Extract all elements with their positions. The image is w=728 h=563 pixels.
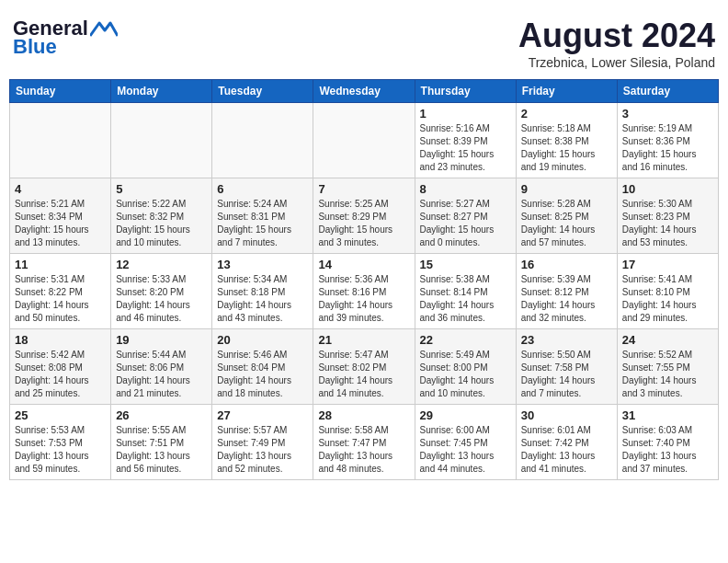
day-info: Sunrise: 6:01 AM Sunset: 7:42 PM Dayligh… bbox=[521, 424, 612, 476]
calendar-week-4: 18Sunrise: 5:42 AM Sunset: 8:08 PM Dayli… bbox=[10, 329, 719, 405]
day-number: 18 bbox=[15, 333, 106, 347]
weekday-header-thursday: Thursday bbox=[415, 80, 516, 103]
weekday-header-row: SundayMondayTuesdayWednesdayThursdayFrid… bbox=[10, 80, 719, 103]
calendar-cell: 4Sunrise: 5:21 AM Sunset: 8:34 PM Daylig… bbox=[10, 178, 111, 254]
calendar-cell: 23Sunrise: 5:50 AM Sunset: 7:58 PM Dayli… bbox=[516, 329, 617, 405]
weekday-header-friday: Friday bbox=[516, 80, 617, 103]
day-info: Sunrise: 5:39 AM Sunset: 8:12 PM Dayligh… bbox=[521, 273, 612, 325]
day-number: 6 bbox=[217, 182, 308, 196]
day-number: 1 bbox=[420, 107, 511, 121]
day-info: Sunrise: 5:46 AM Sunset: 8:04 PM Dayligh… bbox=[217, 349, 308, 400]
calendar-cell: 16Sunrise: 5:39 AM Sunset: 8:12 PM Dayli… bbox=[516, 254, 617, 329]
day-number: 14 bbox=[318, 258, 409, 271]
calendar-cell: 7Sunrise: 5:25 AM Sunset: 8:29 PM Daylig… bbox=[313, 178, 415, 254]
day-number: 23 bbox=[521, 333, 612, 347]
day-info: Sunrise: 5:22 AM Sunset: 8:32 PM Dayligh… bbox=[116, 198, 207, 249]
calendar-cell: 11Sunrise: 5:31 AM Sunset: 8:22 PM Dayli… bbox=[10, 254, 111, 329]
day-info: Sunrise: 5:34 AM Sunset: 8:18 PM Dayligh… bbox=[217, 273, 308, 325]
calendar-cell: 5Sunrise: 5:22 AM Sunset: 8:32 PM Daylig… bbox=[111, 178, 212, 254]
day-info: Sunrise: 5:16 AM Sunset: 8:39 PM Dayligh… bbox=[420, 122, 511, 174]
calendar-cell: 29Sunrise: 6:00 AM Sunset: 7:45 PM Dayli… bbox=[415, 405, 516, 480]
day-info: Sunrise: 6:03 AM Sunset: 7:40 PM Dayligh… bbox=[622, 424, 713, 476]
day-info: Sunrise: 5:30 AM Sunset: 8:23 PM Dayligh… bbox=[622, 198, 713, 249]
day-info: Sunrise: 5:18 AM Sunset: 8:38 PM Dayligh… bbox=[521, 122, 612, 174]
day-number: 13 bbox=[217, 258, 308, 271]
calendar-week-2: 4Sunrise: 5:21 AM Sunset: 8:34 PM Daylig… bbox=[10, 178, 719, 254]
calendar-cell bbox=[313, 103, 415, 178]
day-info: Sunrise: 5:47 AM Sunset: 8:02 PM Dayligh… bbox=[318, 349, 409, 400]
day-info: Sunrise: 5:25 AM Sunset: 8:29 PM Dayligh… bbox=[318, 198, 409, 249]
day-number: 10 bbox=[622, 182, 713, 196]
calendar-cell: 25Sunrise: 5:53 AM Sunset: 7:53 PM Dayli… bbox=[10, 405, 111, 480]
day-number: 3 bbox=[622, 107, 713, 121]
calendar-cell: 3Sunrise: 5:19 AM Sunset: 8:36 PM Daylig… bbox=[617, 103, 718, 178]
day-info: Sunrise: 5:55 AM Sunset: 7:51 PM Dayligh… bbox=[116, 424, 207, 476]
day-number: 19 bbox=[116, 333, 207, 347]
calendar-cell: 22Sunrise: 5:49 AM Sunset: 8:00 PM Dayli… bbox=[415, 329, 516, 405]
day-number: 8 bbox=[420, 182, 511, 196]
day-number: 9 bbox=[521, 182, 612, 196]
day-number: 7 bbox=[318, 182, 409, 196]
day-number: 26 bbox=[116, 408, 207, 422]
day-info: Sunrise: 5:21 AM Sunset: 8:34 PM Dayligh… bbox=[15, 198, 106, 249]
calendar-cell: 24Sunrise: 5:52 AM Sunset: 7:55 PM Dayli… bbox=[617, 329, 718, 405]
day-info: Sunrise: 5:36 AM Sunset: 8:16 PM Dayligh… bbox=[318, 273, 409, 325]
day-info: Sunrise: 5:38 AM Sunset: 8:14 PM Dayligh… bbox=[420, 273, 511, 325]
logo-blue: Blue bbox=[13, 35, 57, 59]
calendar-table: SundayMondayTuesdayWednesdayThursdayFrid… bbox=[9, 79, 719, 480]
calendar-cell: 28Sunrise: 5:58 AM Sunset: 7:47 PM Dayli… bbox=[313, 405, 415, 480]
day-number: 16 bbox=[521, 258, 612, 271]
calendar-cell: 20Sunrise: 5:46 AM Sunset: 8:04 PM Dayli… bbox=[212, 329, 313, 405]
day-number: 31 bbox=[622, 408, 713, 422]
calendar-cell: 21Sunrise: 5:47 AM Sunset: 8:02 PM Dayli… bbox=[313, 329, 415, 405]
logo: General Blue bbox=[13, 17, 118, 59]
day-info: Sunrise: 5:50 AM Sunset: 7:58 PM Dayligh… bbox=[521, 349, 612, 400]
day-number: 15 bbox=[420, 258, 511, 271]
calendar-cell: 30Sunrise: 6:01 AM Sunset: 7:42 PM Dayli… bbox=[516, 405, 617, 480]
day-info: Sunrise: 5:53 AM Sunset: 7:53 PM Dayligh… bbox=[15, 424, 106, 476]
calendar-cell: 26Sunrise: 5:55 AM Sunset: 7:51 PM Dayli… bbox=[111, 405, 212, 480]
day-info: Sunrise: 5:57 AM Sunset: 7:49 PM Dayligh… bbox=[217, 424, 308, 476]
page-header: General Blue August 2024 Trzebnica, Lowe… bbox=[9, 9, 719, 74]
calendar-cell: 10Sunrise: 5:30 AM Sunset: 8:23 PM Dayli… bbox=[617, 178, 718, 254]
day-info: Sunrise: 6:00 AM Sunset: 7:45 PM Dayligh… bbox=[420, 424, 511, 476]
calendar-cell: 31Sunrise: 6:03 AM Sunset: 7:40 PM Dayli… bbox=[617, 405, 718, 480]
calendar-cell: 18Sunrise: 5:42 AM Sunset: 8:08 PM Dayli… bbox=[10, 329, 111, 405]
day-number: 11 bbox=[15, 258, 106, 271]
calendar-week-5: 25Sunrise: 5:53 AM Sunset: 7:53 PM Dayli… bbox=[10, 405, 719, 480]
calendar-week-3: 11Sunrise: 5:31 AM Sunset: 8:22 PM Dayli… bbox=[10, 254, 719, 329]
day-number: 20 bbox=[217, 333, 308, 347]
day-info: Sunrise: 5:44 AM Sunset: 8:06 PM Dayligh… bbox=[116, 349, 207, 400]
logo-bird-icon bbox=[90, 19, 118, 38]
day-info: Sunrise: 5:27 AM Sunset: 8:27 PM Dayligh… bbox=[420, 198, 511, 249]
day-info: Sunrise: 5:28 AM Sunset: 8:25 PM Dayligh… bbox=[521, 198, 612, 249]
title-block: August 2024 Trzebnica, Lower Silesia, Po… bbox=[518, 17, 715, 70]
day-info: Sunrise: 5:42 AM Sunset: 8:08 PM Dayligh… bbox=[15, 349, 106, 400]
calendar-cell: 12Sunrise: 5:33 AM Sunset: 8:20 PM Dayli… bbox=[111, 254, 212, 329]
day-number: 25 bbox=[15, 408, 106, 422]
calendar-cell: 15Sunrise: 5:38 AM Sunset: 8:14 PM Dayli… bbox=[415, 254, 516, 329]
day-number: 12 bbox=[116, 258, 207, 271]
day-number: 5 bbox=[116, 182, 207, 196]
day-number: 22 bbox=[420, 333, 511, 347]
day-number: 21 bbox=[318, 333, 409, 347]
calendar-cell: 2Sunrise: 5:18 AM Sunset: 8:38 PM Daylig… bbox=[516, 103, 617, 178]
day-number: 28 bbox=[318, 408, 409, 422]
calendar-cell: 9Sunrise: 5:28 AM Sunset: 8:25 PM Daylig… bbox=[516, 178, 617, 254]
day-info: Sunrise: 5:58 AM Sunset: 7:47 PM Dayligh… bbox=[318, 424, 409, 476]
day-number: 29 bbox=[420, 408, 511, 422]
day-number: 30 bbox=[521, 408, 612, 422]
weekday-header-wednesday: Wednesday bbox=[313, 80, 415, 103]
weekday-header-sunday: Sunday bbox=[10, 80, 111, 103]
calendar-cell: 27Sunrise: 5:57 AM Sunset: 7:49 PM Dayli… bbox=[212, 405, 313, 480]
day-number: 27 bbox=[217, 408, 308, 422]
day-number: 4 bbox=[15, 182, 106, 196]
calendar-cell: 19Sunrise: 5:44 AM Sunset: 8:06 PM Dayli… bbox=[111, 329, 212, 405]
day-info: Sunrise: 5:52 AM Sunset: 7:55 PM Dayligh… bbox=[622, 349, 713, 400]
calendar-cell bbox=[212, 103, 313, 178]
weekday-header-saturday: Saturday bbox=[617, 80, 718, 103]
calendar-cell bbox=[111, 103, 212, 178]
calendar-cell bbox=[10, 103, 111, 178]
month-year-title: August 2024 bbox=[518, 17, 715, 55]
calendar-cell: 6Sunrise: 5:24 AM Sunset: 8:31 PM Daylig… bbox=[212, 178, 313, 254]
